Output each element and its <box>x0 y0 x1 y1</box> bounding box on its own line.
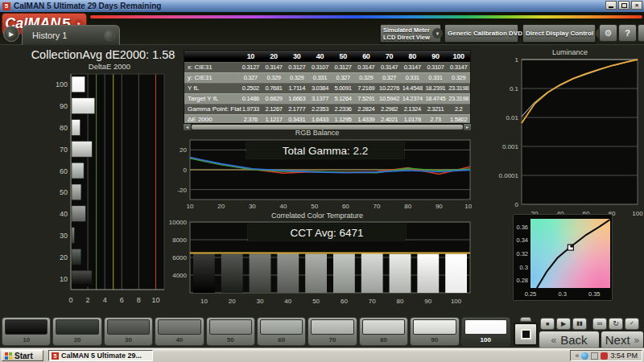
table-cell: 2.73 <box>424 116 448 123</box>
table-cell: 0.327 <box>378 74 401 81</box>
table-cell: 0.3147 <box>401 64 424 71</box>
display-label: Direct Display Control <box>523 30 596 38</box>
minimize-button[interactable] <box>605 1 617 10</box>
table-cell: 14.4548 <box>401 84 424 92</box>
svg-text:8000: 8000 <box>172 237 187 244</box>
svg-text:70: 70 <box>60 146 68 154</box>
help-button[interactable]: ? <box>618 24 637 42</box>
svg-text:60: 60 <box>341 298 348 305</box>
table-cell: 1.4339 <box>355 116 378 123</box>
table-cell: 2.2982 <box>378 105 401 113</box>
svg-text:10: 10 <box>60 275 68 283</box>
table-cell: 0.331 <box>308 74 332 81</box>
refresh-button[interactable]: ↻ <box>609 318 623 330</box>
table-cell: 1.0178 <box>401 116 424 123</box>
play-button[interactable]: ▶ <box>556 318 571 330</box>
svg-text:6000: 6000 <box>172 254 187 261</box>
source-dropdown[interactable]: Generic Calibration DVD ▼ <box>444 24 518 43</box>
display-dropdown[interactable]: Direct Display Control ▼ <box>522 24 596 43</box>
window-title: CalMAN 5 Ultimate 29 Days Remaining <box>10 2 161 10</box>
svg-text:20: 20 <box>229 298 236 305</box>
luminance-chart: 10.10.010.0010.0001020406080100 <box>494 55 644 219</box>
table-cell: 0.327 <box>332 74 355 81</box>
patch-80[interactable]: 80 <box>359 317 408 346</box>
back-button[interactable]: « Back <box>539 331 599 348</box>
transport-buttons: ■▶▮▮∞↻✓ <box>540 317 644 330</box>
cie-y-tick: 0.28 <box>514 277 528 284</box>
tray-icon-alert[interactable] <box>601 352 608 360</box>
settings-button[interactable]: ⚙ <box>599 24 617 42</box>
table-cell: 7.5291 <box>355 95 378 102</box>
svg-text:40: 40 <box>280 203 287 210</box>
table-cell: 0.3127 <box>285 64 308 71</box>
patch-label: 10 <box>5 336 47 343</box>
table-cell: 10.2276 <box>378 84 401 92</box>
table-cell: 2.1267 <box>262 105 286 113</box>
table-cell: 23.3198 <box>447 95 470 102</box>
svg-text:10: 10 <box>187 203 194 210</box>
collapse-panel-button[interactable]: ◀ <box>638 24 644 42</box>
table-cell: 0.331 <box>424 74 448 81</box>
tray-expand-button[interactable]: « <box>575 352 579 360</box>
column-header: 90 <box>424 52 448 60</box>
patch-90[interactable]: 90 <box>410 317 459 346</box>
loop-button[interactable]: ∞ <box>592 318 607 330</box>
next-button[interactable]: Next » <box>601 331 643 348</box>
svg-text:50: 50 <box>60 188 68 196</box>
patch-50[interactable]: 50 <box>206 317 255 346</box>
column-header: 20 <box>262 52 286 60</box>
tray-icon-network[interactable] <box>581 352 588 360</box>
tab-menu-button[interactable] <box>104 30 115 41</box>
patch-label: 40 <box>158 336 200 343</box>
back-label: Back <box>560 333 587 347</box>
patch-10[interactable]: 10 <box>2 317 51 346</box>
patch-20[interactable]: 20 <box>52 317 101 346</box>
row-label: Y fL <box>184 84 239 92</box>
column-header: 100 <box>447 52 470 60</box>
patch-70[interactable]: 70 <box>308 317 357 346</box>
pause-button[interactable]: ▮▮ <box>572 318 587 330</box>
collection-play-button[interactable]: ▶ <box>3 26 19 42</box>
table-cell: 23.3198 <box>447 84 470 92</box>
history-tab-label: History 1 <box>23 31 104 40</box>
table-cell: 2.1777 <box>285 105 308 113</box>
patch-60[interactable]: 60 <box>257 317 306 346</box>
patch-label: 30 <box>107 336 150 343</box>
table-cell: 1.1295 <box>332 116 355 123</box>
svg-text:70: 70 <box>369 298 376 305</box>
column-header: 10 <box>239 52 262 60</box>
cie-x-tick: 0.25 <box>521 290 540 298</box>
patch-100[interactable]: 100 <box>461 317 510 346</box>
svg-text:30: 30 <box>249 203 256 210</box>
patch-30[interactable]: 30 <box>104 317 153 346</box>
patch-40[interactable]: 40 <box>155 317 204 346</box>
history-tab[interactable]: History 1 <box>22 25 120 45</box>
check-button[interactable]: ✓ <box>625 318 639 330</box>
svg-text:100: 100 <box>632 210 643 217</box>
cie-y-tick: 0.3 <box>514 264 528 271</box>
pattern-window-button[interactable] <box>514 317 538 346</box>
patch-label: 60 <box>260 336 303 343</box>
svg-text:10: 10 <box>200 298 208 305</box>
start-button[interactable]: Start <box>2 350 43 361</box>
svg-text:100: 100 <box>56 80 68 88</box>
meter-dropdown[interactable]: Simulated Meter LCD Direct View ▼ <box>380 24 441 43</box>
svg-text:100: 100 <box>464 203 472 210</box>
patch-swatch <box>56 319 98 335</box>
table-cell: 14.2374 <box>401 95 424 102</box>
svg-text:50: 50 <box>311 203 318 210</box>
table-row: x: CIE310.31270.31470.31270.31070.31270.… <box>184 62 470 72</box>
close-button[interactable]: × <box>631 1 642 10</box>
patch-swatch <box>107 319 150 335</box>
patch-swatch <box>464 319 507 335</box>
restore-button[interactable] <box>618 1 630 10</box>
svg-text:80: 80 <box>60 124 68 132</box>
taskbar-app-button[interactable]: 5 CalMAN 5 Ultimate 29... <box>48 350 153 361</box>
tray-icon-display[interactable] <box>591 352 598 360</box>
column-header: 60 <box>355 52 378 60</box>
table-cell: 2.2336 <box>332 105 355 113</box>
svg-text:40: 40 <box>60 210 68 218</box>
table-cell: 2.4021 <box>378 116 401 123</box>
stop-button[interactable]: ■ <box>540 318 555 330</box>
row-label: x: CIE31 <box>184 64 239 71</box>
